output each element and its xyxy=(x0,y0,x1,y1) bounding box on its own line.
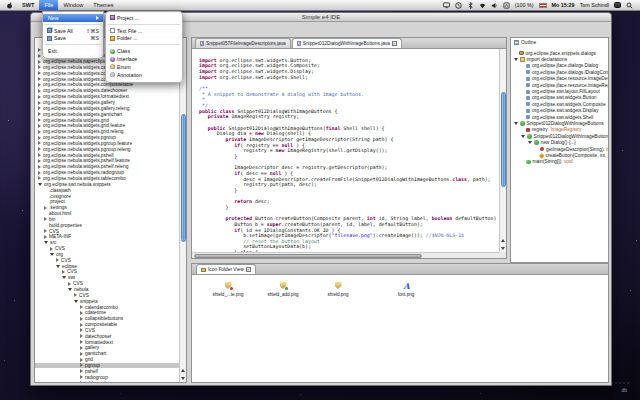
expanded-arrow-icon xyxy=(528,141,532,144)
explorer-row[interactable]: tablecombo xyxy=(35,380,179,382)
new-submenu-item-annotation[interactable]: @Annotation xyxy=(106,71,182,79)
new-submenu-item-class[interactable]: CClass xyxy=(106,47,182,55)
menu-bar-left: SWT FileWindowThemes xyxy=(0,0,119,10)
explorer-row-label: radiogroup xyxy=(85,375,108,380)
close-icon[interactable]: × xyxy=(392,41,397,46)
outline-row[interactable]: Snippet012DialogWithImageButtons xyxy=(511,120,608,126)
outline-title: Outline xyxy=(521,40,536,45)
menu-item-label: Class xyxy=(117,48,130,54)
menubar-app-name[interactable]: SWT xyxy=(17,0,39,10)
ctor-icon xyxy=(527,134,532,139)
editor-scroll-up-button[interactable] xyxy=(500,236,506,244)
scroll-up-button[interactable] xyxy=(180,366,186,374)
explorer-row-label: org.eclipse.nebula.widgets.pgroup.releng xyxy=(43,147,130,152)
editor-scroll-down-button[interactable] xyxy=(500,244,506,252)
editor-scrollbar[interactable] xyxy=(499,49,506,252)
icon-folder-view-tab[interactable]: Icon Folder View × xyxy=(196,264,256,274)
outline-row[interactable]: main(String[]) : void xyxy=(511,159,608,165)
import-icon xyxy=(526,70,530,74)
outline-row-label: main(String[]) xyxy=(533,159,562,164)
file-menu-item-save[interactable]: Save⌘S xyxy=(43,35,103,43)
explorer-scrollbar-thumb[interactable] xyxy=(181,114,187,242)
file-menu-item-exit[interactable]: Exit xyxy=(43,47,103,55)
editor-tab-bar: JSnippet057FileImageDescriptors.javaJSni… xyxy=(192,38,506,49)
explorer-row-label: org.eclipse.nebula.widgets.datechooser xyxy=(43,88,127,93)
file-item-font-png[interactable]: font.png xyxy=(383,281,429,297)
outline-row-type: : ImageRegistry xyxy=(548,127,582,132)
collapsed-arrow-icon xyxy=(44,217,47,221)
collapsed-arrow-icon xyxy=(38,112,41,116)
explorer-row-label: tablecombo xyxy=(85,381,110,382)
package-explorer-tree[interactable]: org.eclipse.nebula.cwtorg.eclipse.nebula… xyxy=(35,47,179,382)
file-item-shield-add-png[interactable]: shield_add.png xyxy=(260,281,306,297)
file-name-label: shield_...te.png xyxy=(212,292,243,297)
editor-tab-label: Snippet057FileImageDescriptors.java xyxy=(206,41,286,46)
explorer-row-label: .classpath xyxy=(49,188,71,193)
class-icon xyxy=(520,121,525,126)
collapsed-arrow-icon xyxy=(44,229,47,233)
menubar-menu-file[interactable]: File xyxy=(39,0,58,10)
menubar-menu-window[interactable]: Window xyxy=(58,0,88,10)
new-submenu-item-interface[interactable]: IInterface xyxy=(106,55,182,63)
menubar-user[interactable]: Tom Schindl xyxy=(580,2,609,8)
collapsed-arrow-icon xyxy=(38,83,41,87)
expanded-arrow-icon xyxy=(74,300,78,303)
collapsed-arrow-icon xyxy=(44,235,47,239)
field-icon xyxy=(526,128,530,132)
menubar-menu-themes[interactable]: Themes xyxy=(88,0,118,10)
outline-row-label: org.eclipse.jface.snippets.dialogs xyxy=(526,51,596,56)
file-item-shield-te-png[interactable]: shield_...te.png xyxy=(205,281,251,297)
file-item-shield-png[interactable]: shield.png xyxy=(315,281,361,297)
explorer-row-label: org.eclipse.nebula.widgets.pshelf xyxy=(43,153,114,158)
editor-hscrollbar[interactable] xyxy=(192,252,499,258)
battery-status[interactable]: (100 %) xyxy=(515,2,534,8)
menu-shortcut: ⌘S xyxy=(90,35,99,41)
menu-item-label: Interface xyxy=(117,56,137,62)
outline-row-label: org.eclipse.jface.dialogs.IDialogConstan… xyxy=(532,70,608,75)
expanded-arrow-icon xyxy=(514,122,518,125)
text-file-icon xyxy=(110,28,115,33)
spotlight-icon[interactable] xyxy=(626,2,633,9)
editor-tab-snippet057fileimagedescriptors-java[interactable]: JSnippet057FileImageDescriptors.java xyxy=(195,38,291,48)
scroll-down-button[interactable] xyxy=(180,374,186,382)
expanded-arrow-icon xyxy=(62,276,66,279)
outline-row-label: registry xyxy=(532,127,548,132)
new-submenu-item-text-file[interactable]: Text File ... xyxy=(106,27,182,35)
volume-icon[interactable] xyxy=(491,2,498,9)
folder-icon xyxy=(201,268,206,272)
clock-icon[interactable] xyxy=(455,2,462,9)
input-menu-icon[interactable] xyxy=(503,2,510,9)
wifi-icon[interactable] xyxy=(479,2,486,9)
close-icon[interactable]: × xyxy=(246,267,251,272)
apple-menu-icon[interactable] xyxy=(6,2,13,9)
display-icon[interactable] xyxy=(443,2,450,9)
editor-scrollbar-thumb[interactable] xyxy=(501,92,507,187)
explorer-row-label: CVS xyxy=(61,258,71,263)
new-submenu-item-enum[interactable]: EEnum xyxy=(106,63,182,71)
outline-row[interactable]: org.eclipse.jface.snippets.dialogs xyxy=(511,50,608,56)
file-menu-item-save-all[interactable]: Save All⇧⌘S xyxy=(43,27,103,35)
explorer-row-label: org xyxy=(56,252,63,257)
editor-tab-snippet012dialogwithimagebuttons-java[interactable]: JSnippet012DialogWithImageButtons.java× xyxy=(292,38,402,48)
austrian-flag-icon[interactable] xyxy=(539,3,547,8)
menubar-clock[interactable]: Mo 15:29 xyxy=(552,2,575,8)
file-menu-item-new[interactable]: New xyxy=(43,14,103,22)
menu-item-label: Save xyxy=(54,35,66,41)
new-submenu-item-folder[interactable]: Folder ... xyxy=(106,35,182,43)
shield-red-icon xyxy=(224,281,233,290)
collapsed-arrow-icon xyxy=(38,147,41,151)
menu-bar: SWT FileWindowThemes (100 %) Mo 15:29 To… xyxy=(0,0,640,11)
fast-user-switch-icon[interactable] xyxy=(614,2,621,8)
editor-hscrollbar-thumb[interactable] xyxy=(194,254,422,259)
collapsed-arrow-icon xyxy=(38,65,41,69)
outline-row-label: Snippet012DialogWithImageButtons xyxy=(527,121,604,126)
collapsed-arrow-icon xyxy=(80,334,83,338)
code-editor[interactable]: import org.eclipse.swt.widgets.Button;im… xyxy=(192,49,499,252)
explorer-scrollbar[interactable] xyxy=(179,38,186,382)
outline-tree[interactable]: org.eclipse.jface.snippets.dialogsimport… xyxy=(511,50,608,262)
new-submenu-item-project[interactable]: Project ... xyxy=(106,14,182,22)
icon-view-tab-label: Icon Folder View xyxy=(208,267,244,272)
outline-row-label: org.eclipse.swt.widgets.Button xyxy=(532,95,597,100)
bluetooth-icon[interactable] xyxy=(467,2,474,9)
file-name-label: shield_add.png xyxy=(267,292,298,297)
